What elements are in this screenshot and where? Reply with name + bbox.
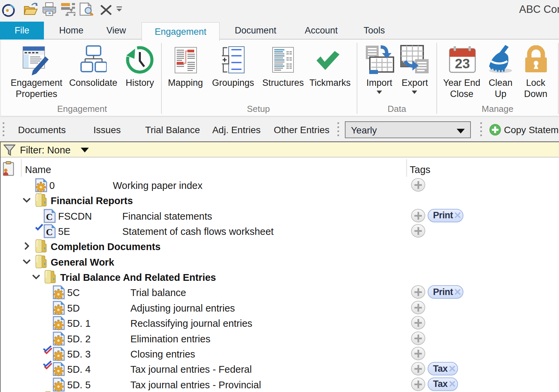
svg-text:C: C: [46, 212, 53, 222]
svg-text:C: C: [46, 227, 53, 237]
svg-text:23: 23: [455, 56, 470, 71]
